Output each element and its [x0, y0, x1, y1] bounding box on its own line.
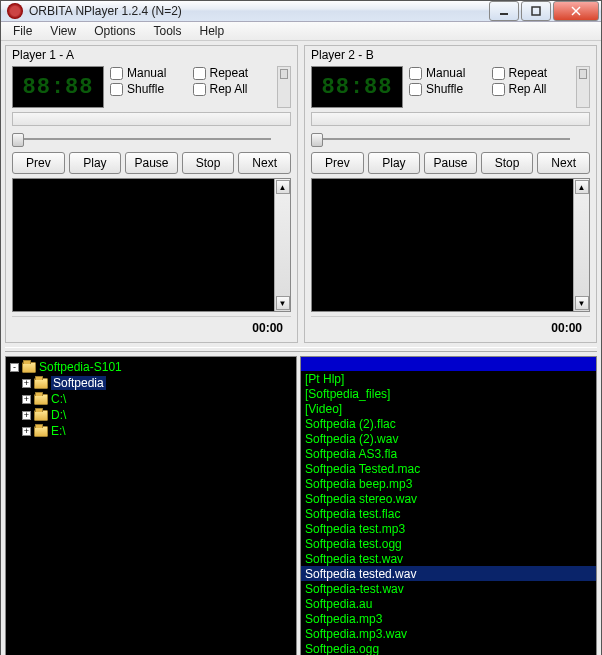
file-item[interactable]: Softpedia-test.wav: [301, 581, 596, 596]
file-item[interactable]: Softpedia (2).wav: [301, 431, 596, 446]
folder-icon: [34, 394, 48, 405]
player-1-pause-button[interactable]: Pause: [125, 152, 178, 174]
window-controls: [489, 1, 599, 21]
player-1-scrollbar[interactable]: ▲ ▼: [274, 179, 290, 311]
file-item[interactable]: Softpedia.ogg: [301, 641, 596, 655]
minimize-button[interactable]: [489, 1, 519, 21]
app-window: ORBITA NPlayer 1.2.4 (N=2) File View Opt…: [0, 0, 602, 655]
scroll-down-icon[interactable]: ▼: [575, 296, 589, 310]
players-row: Player 1 - A 88:88 Manual Repeat Shuffle…: [5, 45, 597, 343]
tree-label: D:\: [51, 408, 66, 422]
player-2-volume-slider[interactable]: [576, 66, 590, 108]
player-1-repeat-checkbox[interactable]: Repeat: [193, 66, 272, 80]
menu-file[interactable]: File: [5, 22, 40, 40]
player-2-playlist[interactable]: ▲ ▼: [311, 178, 590, 312]
player-2-scrollbar[interactable]: ▲ ▼: [573, 179, 589, 311]
player-1-next-button[interactable]: Next: [238, 152, 291, 174]
browser-row: -Softpedia-S101+Softpedia+C:\+D:\+E:\ [P…: [5, 356, 597, 655]
tree-item[interactable]: +D:\: [8, 407, 294, 423]
player-2-title: Player 2 - B: [305, 46, 596, 62]
player-2-shuffle-checkbox[interactable]: Shuffle: [409, 82, 488, 96]
tree-item[interactable]: +Softpedia: [8, 375, 294, 391]
svg-rect-1: [532, 7, 540, 15]
file-item[interactable]: Softpedia test.wav: [301, 551, 596, 566]
player-1-shuffle-checkbox[interactable]: Shuffle: [110, 82, 189, 96]
file-item[interactable]: Softpedia (2).flac: [301, 416, 596, 431]
player-2-repeat-checkbox[interactable]: Repeat: [492, 66, 571, 80]
player-1-progress-bar[interactable]: [12, 112, 291, 126]
player-1-play-button[interactable]: Play: [69, 152, 122, 174]
tree-expander-icon[interactable]: +: [22, 379, 31, 388]
file-item[interactable]: [Pt Hlp]: [301, 371, 596, 386]
folder-icon: [34, 410, 48, 421]
player-1-prev-button[interactable]: Prev: [12, 152, 65, 174]
tree-label: Softpedia: [51, 376, 106, 390]
file-item[interactable]: Softpedia Tested.mac: [301, 461, 596, 476]
app-icon: [7, 3, 23, 19]
file-item[interactable]: Softpedia test.ogg: [301, 536, 596, 551]
menu-tools[interactable]: Tools: [146, 22, 190, 40]
tree-item[interactable]: +C:\: [8, 391, 294, 407]
tree-expander-icon[interactable]: +: [22, 427, 31, 436]
player-1-title: Player 1 - A: [6, 46, 297, 62]
tree-item[interactable]: -Softpedia-S101: [8, 359, 294, 375]
player-2-time: 00:00: [311, 316, 590, 338]
player-2-stop-button[interactable]: Stop: [481, 152, 534, 174]
tree-item[interactable]: +E:\: [8, 423, 294, 439]
horizontal-splitter[interactable]: [5, 347, 597, 352]
file-item[interactable]: Softpedia stereo.wav: [301, 491, 596, 506]
file-item[interactable]: [Softpedia_files]: [301, 386, 596, 401]
player-2-seek-slider[interactable]: [311, 130, 590, 148]
file-item[interactable]: Softpedia AS3.fla: [301, 446, 596, 461]
menu-help[interactable]: Help: [192, 22, 233, 40]
player-2-next-button[interactable]: Next: [537, 152, 590, 174]
file-item[interactable]: Softpedia test.flac: [301, 506, 596, 521]
tree-expander-icon[interactable]: +: [22, 411, 31, 420]
player-2-manual-checkbox[interactable]: Manual: [409, 66, 488, 80]
folder-icon: [22, 362, 36, 373]
player-1-playlist[interactable]: ▲ ▼: [12, 178, 291, 312]
file-item[interactable]: Softpedia.au: [301, 596, 596, 611]
menu-view[interactable]: View: [42, 22, 84, 40]
window-title: ORBITA NPlayer 1.2.4 (N=2): [29, 4, 489, 18]
folder-icon: [34, 378, 48, 389]
scroll-up-icon[interactable]: ▲: [575, 180, 589, 194]
file-item[interactable]: Softpedia beep.mp3: [301, 476, 596, 491]
tree-expander-icon[interactable]: +: [22, 395, 31, 404]
folder-tree[interactable]: -Softpedia-S101+Softpedia+C:\+D:\+E:\: [5, 356, 297, 655]
scroll-down-icon[interactable]: ▼: [276, 296, 290, 310]
scroll-up-icon[interactable]: ▲: [276, 180, 290, 194]
file-item[interactable]: Softpedia test.mp3: [301, 521, 596, 536]
player-1-volume-slider[interactable]: [277, 66, 291, 108]
menu-options[interactable]: Options: [86, 22, 143, 40]
player-1-manual-checkbox[interactable]: Manual: [110, 66, 189, 80]
close-button[interactable]: [553, 1, 599, 21]
player-2-play-button[interactable]: Play: [368, 152, 421, 174]
player-1-stop-button[interactable]: Stop: [182, 152, 235, 174]
file-item[interactable]: Softpedia.mp3: [301, 611, 596, 626]
content-area: Player 1 - A 88:88 Manual Repeat Shuffle…: [1, 41, 601, 655]
file-list[interactable]: [Pt Hlp][Softpedia_files][Video]Softpedi…: [300, 356, 597, 655]
tree-label: E:\: [51, 424, 66, 438]
tree-expander-icon[interactable]: -: [10, 363, 19, 372]
file-item[interactable]: [Video]: [301, 401, 596, 416]
player-2-prev-button[interactable]: Prev: [311, 152, 364, 174]
file-list-header[interactable]: [301, 357, 596, 371]
player-1-lcd: 88:88: [12, 66, 104, 108]
player-1-seek-slider[interactable]: [12, 130, 291, 148]
file-item[interactable]: Softpedia.mp3.wav: [301, 626, 596, 641]
menubar: File View Options Tools Help: [1, 22, 601, 41]
player-1-panel: Player 1 - A 88:88 Manual Repeat Shuffle…: [5, 45, 298, 343]
maximize-button[interactable]: [521, 1, 551, 21]
player-2-lcd: 88:88: [311, 66, 403, 108]
player-2-panel: Player 2 - B 88:88 Manual Repeat Shuffle…: [304, 45, 597, 343]
player-2-repall-checkbox[interactable]: Rep All: [492, 82, 571, 96]
player-2-progress-bar[interactable]: [311, 112, 590, 126]
file-item[interactable]: Softpedia tested.wav: [301, 566, 596, 581]
player-1-repall-checkbox[interactable]: Rep All: [193, 82, 272, 96]
player-2-pause-button[interactable]: Pause: [424, 152, 477, 174]
titlebar[interactable]: ORBITA NPlayer 1.2.4 (N=2): [1, 1, 601, 22]
folder-icon: [34, 426, 48, 437]
tree-label: Softpedia-S101: [39, 360, 122, 374]
tree-label: C:\: [51, 392, 66, 406]
